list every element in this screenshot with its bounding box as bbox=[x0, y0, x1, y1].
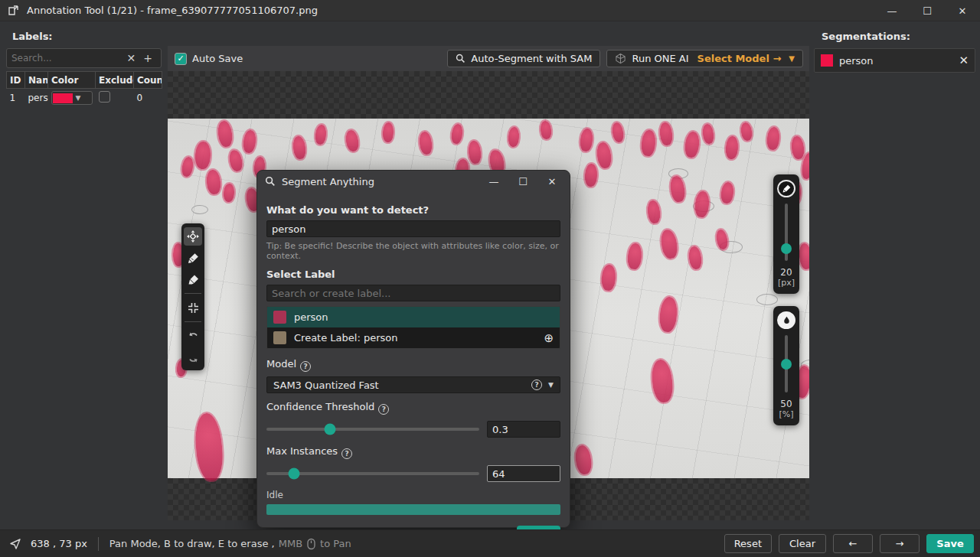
segmentation-label: person bbox=[839, 55, 874, 67]
confidence-slider-track[interactable] bbox=[266, 428, 479, 431]
window-controls: — ☐ ✕ bbox=[874, 0, 980, 21]
max-instances-slider-thumb[interactable] bbox=[289, 468, 300, 480]
run-one-ai-label: Run ONE AI bbox=[632, 53, 688, 64]
dialog-maximize-button[interactable]: ☐ bbox=[511, 172, 534, 191]
add-label-button[interactable]: + bbox=[139, 52, 156, 64]
label-options-list: person Create Label: person ⊕ bbox=[266, 306, 560, 349]
auto-save-toggle[interactable]: ✓ Auto Save bbox=[175, 53, 243, 65]
app-icon bbox=[8, 5, 19, 16]
labels-search-input[interactable] bbox=[11, 53, 123, 64]
person-mask bbox=[194, 141, 211, 169]
label-option-person[interactable]: person bbox=[267, 307, 560, 327]
dialog-close-button[interactable]: ✕ bbox=[541, 172, 564, 191]
person-mask bbox=[740, 122, 753, 142]
next-frame-button[interactable]: → bbox=[880, 534, 920, 553]
brush-size-thumb[interactable] bbox=[781, 243, 792, 254]
auto-save-checkbox[interactable]: ✓ bbox=[175, 53, 187, 65]
person-mask bbox=[720, 181, 735, 204]
model-select[interactable]: SAM3 Quantized Fast ? ▼ bbox=[266, 376, 560, 393]
hint-tail: to Pan bbox=[320, 538, 351, 549]
drawing-tools-toolbar bbox=[181, 223, 204, 370]
brush-size-value: 20 bbox=[780, 267, 792, 278]
help-icon[interactable]: ? bbox=[531, 379, 542, 390]
minimize-button[interactable]: — bbox=[874, 0, 910, 21]
person-mask bbox=[669, 175, 686, 203]
dialog-minimize-button[interactable]: — bbox=[482, 172, 505, 191]
person-mask bbox=[194, 412, 224, 481]
redo-button[interactable] bbox=[184, 348, 202, 366]
confidence-value-input[interactable] bbox=[487, 421, 560, 438]
select-label-heading: Select Label bbox=[266, 269, 560, 280]
pan-tool-button[interactable] bbox=[184, 227, 202, 246]
labels-table-header: ID Name Color Exclude Count bbox=[7, 72, 162, 89]
brush-size-track[interactable] bbox=[785, 204, 788, 261]
opacity-slider[interactable]: 50 [%] bbox=[773, 306, 799, 425]
person-mask bbox=[658, 296, 679, 333]
person-mask bbox=[688, 246, 702, 270]
opacity-track[interactable] bbox=[785, 335, 788, 393]
col-id: ID bbox=[7, 72, 25, 89]
dialog-status-text: Idle bbox=[266, 490, 560, 500]
help-icon[interactable]: ? bbox=[341, 448, 352, 459]
model-label: Model? bbox=[266, 358, 560, 372]
auto-segment-sam-label: Auto-Segment with SAM bbox=[471, 53, 592, 64]
col-name: Name bbox=[25, 72, 48, 89]
eraser-tool-button[interactable] bbox=[184, 270, 202, 288]
floor-marker-circle bbox=[756, 294, 778, 305]
previous-frame-button[interactable]: ← bbox=[833, 534, 873, 553]
segmentation-remove-icon[interactable]: ✕ bbox=[959, 54, 969, 67]
opacity-thumb[interactable] bbox=[781, 359, 792, 370]
run-one-ai-button[interactable]: Run ONE AI Select Model → ▼ bbox=[606, 50, 803, 67]
help-icon[interactable]: ? bbox=[378, 404, 389, 415]
label-row: 1 person ▼ 0 bbox=[7, 89, 162, 108]
hint-mmb: MMB bbox=[279, 538, 302, 549]
hint-main: Pan Mode, B to draw, E to erase , bbox=[109, 538, 275, 549]
help-icon[interactable]: ? bbox=[300, 361, 311, 372]
status-bar: 638 , 73 px Pan Mode, B to draw, E to er… bbox=[0, 529, 980, 557]
brush-size-slider[interactable]: 20 [px] bbox=[773, 174, 799, 294]
dialog-title-bar[interactable]: Segment Anything — ☐ ✕ bbox=[257, 171, 570, 192]
person-mask bbox=[715, 229, 729, 250]
label-option-swatch bbox=[273, 311, 286, 324]
brush-tool-button[interactable] bbox=[184, 249, 202, 267]
detect-input[interactable] bbox=[266, 220, 560, 237]
chevron-down-icon: ▼ bbox=[548, 381, 554, 389]
max-instances-label-text: Max Instances bbox=[266, 445, 338, 457]
confidence-slider-thumb[interactable] bbox=[325, 424, 336, 435]
labels-table: ID Name Color Exclude Count 1 person ▼ 0 bbox=[6, 71, 162, 107]
person-mask bbox=[508, 126, 520, 147]
segmentations-heading: Segmentations: bbox=[809, 21, 980, 48]
add-circle-icon[interactable]: ⊕ bbox=[544, 331, 554, 345]
labels-search-clear-icon[interactable]: ✕ bbox=[123, 52, 140, 64]
col-color: Color bbox=[48, 72, 96, 89]
reset-button[interactable]: Reset bbox=[724, 534, 772, 553]
annotation-tool-window: Annotation Tool (1/21) - frame_639077777… bbox=[0, 0, 980, 557]
close-button[interactable]: ✕ bbox=[945, 0, 980, 21]
label-search-input[interactable] bbox=[266, 285, 560, 301]
confidence-label: Confidence Threshold? bbox=[266, 401, 560, 415]
mouse-icon bbox=[306, 538, 316, 550]
max-instances-slider-track[interactable] bbox=[266, 472, 479, 475]
fit-view-button[interactable] bbox=[184, 298, 202, 317]
opacity-unit: [%] bbox=[779, 409, 793, 419]
auto-segment-sam-button[interactable]: Auto-Segment with SAM bbox=[447, 50, 600, 67]
max-instances-slider-row bbox=[266, 465, 560, 482]
max-instances-value-input[interactable] bbox=[487, 465, 560, 482]
label-color-dropdown[interactable]: ▼ bbox=[51, 91, 93, 105]
maximize-button[interactable]: ☐ bbox=[910, 0, 945, 21]
dialog-progress-bar bbox=[266, 504, 560, 515]
label-name[interactable]: person bbox=[25, 89, 48, 108]
clear-button[interactable]: Clear bbox=[779, 534, 826, 553]
person-mask bbox=[242, 129, 257, 154]
person-mask bbox=[206, 169, 221, 194]
label-option-create[interactable]: Create Label: person ⊕ bbox=[267, 327, 560, 348]
segmentations-panel: Segmentations: person ✕ bbox=[809, 21, 980, 529]
brush-size-unit: [px] bbox=[778, 278, 795, 288]
confidence-label-text: Confidence Threshold bbox=[266, 401, 374, 412]
undo-button[interactable] bbox=[184, 327, 202, 345]
confidence-slider-row bbox=[266, 421, 560, 438]
segmentation-item[interactable]: person ✕ bbox=[815, 49, 975, 72]
select-model-label[interactable]: Select Model → bbox=[697, 53, 782, 64]
save-button[interactable]: Save bbox=[926, 534, 974, 553]
label-exclude-checkbox[interactable] bbox=[99, 91, 110, 103]
